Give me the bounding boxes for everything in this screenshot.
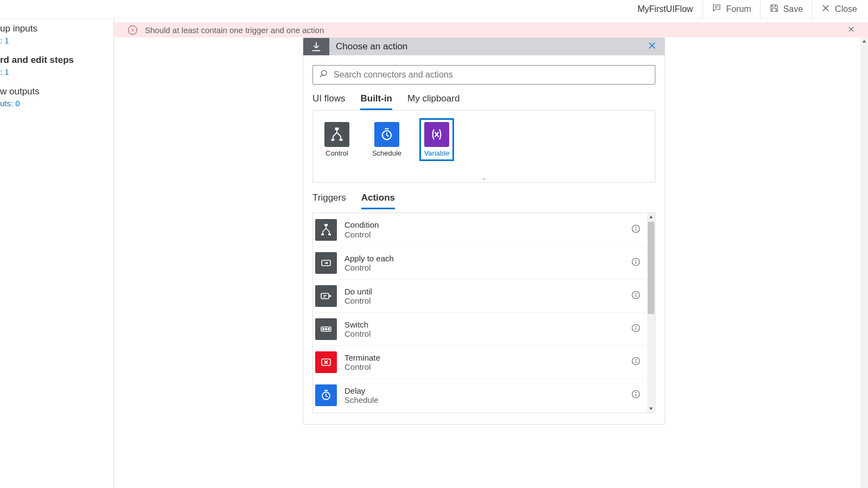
search-bar[interactable] xyxy=(312,65,655,85)
action-icon xyxy=(315,219,337,241)
scroll-up-button[interactable] xyxy=(860,37,868,45)
action-group: Control xyxy=(344,329,631,338)
sidebar-step-inputs[interactable]: up inputs : 1 xyxy=(0,23,113,45)
tab-builtin[interactable]: Built-in xyxy=(360,93,392,110)
card-header: Choose an action xyxy=(303,38,665,55)
search-icon xyxy=(318,69,328,81)
action-group: Control xyxy=(344,362,631,371)
action-icon xyxy=(315,384,337,406)
scroll-up-button[interactable] xyxy=(647,213,655,221)
error-icon xyxy=(128,25,137,35)
action-group: Control xyxy=(344,230,631,239)
banner-close-button[interactable] xyxy=(847,25,855,35)
action-icon xyxy=(315,318,337,340)
tab-actions[interactable]: Actions xyxy=(361,192,395,209)
action-group: Schedule xyxy=(344,395,631,404)
action-row[interactable]: Do untilControl xyxy=(313,279,647,312)
designer-canvas: Choose an action UI flows Built-in My cl… xyxy=(114,37,868,488)
trigger-action-tabs: Triggers Actions xyxy=(303,183,665,209)
choose-action-card: Choose an action UI flows Built-in My cl… xyxy=(303,37,665,425)
action-icon xyxy=(315,252,337,274)
card-header-icon xyxy=(303,38,329,55)
sidebar-step-title: up inputs xyxy=(0,23,113,34)
forum-button[interactable]: Forum xyxy=(703,0,760,18)
connector-tabs: UI flows Built-in My clipboard xyxy=(303,85,665,110)
search-input[interactable] xyxy=(334,70,649,80)
chevron-down-icon xyxy=(480,174,488,184)
action-info-button[interactable] xyxy=(631,323,641,335)
sidebar-step-record[interactable]: rd and edit steps : 1 xyxy=(0,55,113,76)
action-row[interactable]: DelaySchedule xyxy=(313,378,647,412)
close-button[interactable]: Close xyxy=(812,0,866,18)
tile-label: Control xyxy=(326,149,348,157)
action-icon xyxy=(315,285,337,307)
close-icon xyxy=(821,3,831,15)
action-info-button[interactable] xyxy=(631,257,641,269)
tab-clipboard[interactable]: My clipboard xyxy=(407,93,459,110)
tab-triggers[interactable]: Triggers xyxy=(312,192,346,209)
sidebar-step-title: w outputs xyxy=(0,86,113,97)
scroll-down-button[interactable] xyxy=(647,405,655,413)
control-icon xyxy=(324,122,349,147)
tile-label: Variable xyxy=(424,149,450,157)
actions-list: ConditionControlApply to eachControlDo u… xyxy=(312,213,655,413)
action-name: Condition xyxy=(344,220,631,229)
action-name: Terminate xyxy=(344,353,631,362)
action-info-button[interactable] xyxy=(631,389,641,401)
action-group: Control xyxy=(344,296,631,305)
steps-sidebar: up inputs : 1 rd and edit steps : 1 w ou… xyxy=(0,19,114,488)
scroll-thumb[interactable] xyxy=(648,222,654,314)
action-name: Delay xyxy=(344,386,631,395)
connectors-expand-button[interactable] xyxy=(312,175,655,183)
page-scrollbar[interactable] xyxy=(860,37,868,488)
action-icon xyxy=(315,351,337,373)
connector-grid: Control Schedule Variable xyxy=(312,110,655,175)
variable-icon xyxy=(424,122,449,147)
close-label: Close xyxy=(835,4,857,14)
action-info-button[interactable] xyxy=(631,356,641,368)
action-row[interactable]: Apply to eachControl xyxy=(313,246,647,279)
forum-label: Forum xyxy=(726,4,751,14)
action-name: Apply to each xyxy=(344,254,631,263)
action-row[interactable]: SwitchControl xyxy=(313,312,647,345)
list-scrollbar[interactable] xyxy=(647,213,655,413)
topbar: MyFirstUIFlow Forum Save Close xyxy=(0,0,868,19)
forum-icon xyxy=(712,3,722,15)
sidebar-step-count: : 1 xyxy=(0,36,113,45)
action-info-button[interactable] xyxy=(631,224,641,236)
card-close-button[interactable] xyxy=(647,40,657,54)
sidebar-step-title: rd and edit steps xyxy=(0,55,113,66)
action-info-button[interactable] xyxy=(631,290,641,302)
save-icon xyxy=(769,3,779,15)
action-row[interactable]: ConditionControl xyxy=(313,213,647,246)
tab-uiflows[interactable]: UI flows xyxy=(312,93,345,110)
sidebar-step-count: : 1 xyxy=(0,67,113,76)
save-label: Save xyxy=(783,4,803,14)
schedule-icon xyxy=(374,122,399,147)
banner-message: Should at least contain one trigger and … xyxy=(145,25,324,35)
sidebar-step-outputs[interactable]: w outputs uts: 0 xyxy=(0,86,113,108)
action-name: Do until xyxy=(344,287,631,296)
tile-label: Schedule xyxy=(372,149,401,157)
sidebar-step-count: uts: 0 xyxy=(0,99,113,108)
connector-tile-variable[interactable]: Variable xyxy=(419,118,454,161)
connector-tile-control[interactable]: Control xyxy=(320,118,354,161)
action-name: Switch xyxy=(344,320,631,329)
connector-tile-schedule[interactable]: Schedule xyxy=(369,118,404,161)
save-button[interactable]: Save xyxy=(760,0,812,18)
action-row[interactable]: TerminateControl xyxy=(313,345,647,378)
validation-banner: Should at least contain one trigger and … xyxy=(114,22,868,37)
action-group: Control xyxy=(344,263,631,272)
card-title: Choose an action xyxy=(329,41,407,52)
flow-name: MyFirstUIFlow xyxy=(628,4,703,14)
